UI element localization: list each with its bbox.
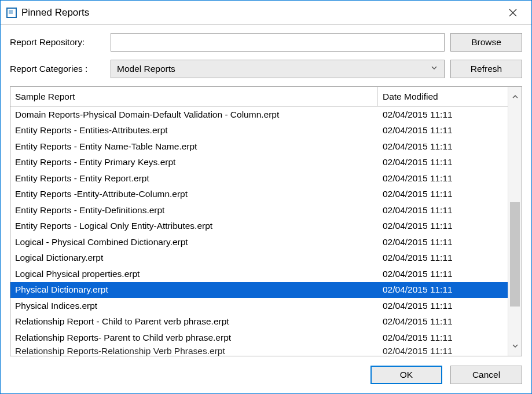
report-name-cell: Entity Reports - Entity-Definitions.erpt bbox=[10, 202, 378, 218]
column-header-name[interactable]: Sample Report bbox=[10, 87, 378, 107]
report-date-cell: 02/04/2015 11:11 bbox=[378, 155, 508, 171]
column-header-date[interactable]: Date Modified bbox=[378, 87, 508, 107]
table-row[interactable]: Entity Reports - Entity Name-Table Name.… bbox=[10, 138, 508, 155]
report-date-cell: 02/04/2015 11:11 bbox=[378, 234, 508, 250]
report-date-cell: 02/04/2015 11:11 bbox=[378, 346, 508, 356]
report-name-cell: Entity Reports - Entities-Attributes.erp… bbox=[10, 123, 378, 139]
scroll-up-arrow-icon[interactable] bbox=[508, 90, 522, 103]
report-date-cell: 02/04/2015 11:11 bbox=[378, 107, 508, 123]
report-list: Sample Report Date Modified Domain Repor… bbox=[10, 86, 522, 356]
table-row[interactable]: Entity Reports - Entity Report.erpt02/04… bbox=[10, 170, 508, 187]
table-row[interactable]: Relationship Reports-Relationship Verb P… bbox=[10, 346, 508, 356]
report-date-cell: 02/04/2015 11:11 bbox=[378, 170, 508, 187]
report-date-cell: 02/04/2015 11:11 bbox=[378, 314, 508, 330]
report-date-cell: 02/04/2015 11:11 bbox=[378, 282, 508, 298]
refresh-button[interactable]: Refresh bbox=[450, 60, 522, 78]
report-name-cell: Domain Reports-Physical Domain-Default V… bbox=[10, 107, 378, 123]
table-row[interactable]: Logical Physical properties.erpt02/04/20… bbox=[10, 266, 508, 282]
table-row[interactable]: Domain Reports-Physical Domain-Default V… bbox=[10, 107, 508, 123]
browse-button[interactable]: Browse bbox=[450, 33, 522, 52]
table-row[interactable]: Relationship Reports- Parent to Child ve… bbox=[10, 330, 508, 346]
chevron-down-icon bbox=[430, 64, 438, 74]
repository-label: Report Repository: bbox=[10, 37, 105, 48]
report-name-cell: Physical Indices.erpt bbox=[10, 298, 378, 314]
report-name-cell: Relationship Reports- Parent to Child ve… bbox=[10, 330, 378, 346]
ok-button[interactable]: OK bbox=[370, 366, 442, 384]
scroll-track[interactable] bbox=[508, 103, 522, 340]
report-name-cell: Relationship Report - Child to Parent ve… bbox=[10, 314, 378, 330]
categories-label: Report Categories : bbox=[10, 64, 105, 74]
table-row[interactable]: Physical Indices.erpt02/04/2015 11:11 bbox=[10, 298, 508, 314]
titlebar: Pinned Reports bbox=[1, 1, 531, 25]
list-body: Domain Reports-Physical Domain-Default V… bbox=[10, 107, 508, 356]
report-date-cell: 02/04/2015 11:11 bbox=[378, 202, 508, 218]
report-name-cell: Physical Dictionary.erpt bbox=[10, 282, 378, 298]
report-date-cell: 02/04/2015 11:11 bbox=[378, 218, 508, 235]
app-icon bbox=[6, 8, 17, 18]
table-row[interactable]: Entity Reports - Entity-Definitions.erpt… bbox=[10, 202, 508, 218]
close-button[interactable] bbox=[500, 1, 526, 24]
report-name-cell: Relationship Reports-Relationship Verb P… bbox=[10, 346, 378, 356]
report-date-cell: 02/04/2015 11:11 bbox=[378, 266, 508, 282]
report-date-cell: 02/04/2015 11:11 bbox=[378, 298, 508, 314]
report-name-cell: Entity Reports - Logical Only Entity-Att… bbox=[10, 218, 378, 235]
table-row[interactable]: Physical Dictionary.erpt02/04/2015 11:11 bbox=[10, 282, 508, 298]
table-row[interactable]: Entity Reports - Logical Only Entity-Att… bbox=[10, 218, 508, 235]
content-area: Report Repository: Browse Report Categor… bbox=[1, 25, 531, 362]
table-row[interactable]: Entity Reports - Entity Primary Keys.erp… bbox=[10, 155, 508, 171]
cancel-button[interactable]: Cancel bbox=[450, 366, 522, 384]
report-date-cell: 02/04/2015 11:11 bbox=[378, 123, 508, 139]
categories-row: Report Categories : Model Reports Refres… bbox=[10, 60, 522, 78]
report-name-cell: Entity Reports - Entity Report.erpt bbox=[10, 170, 378, 187]
report-name-cell: Logical - Physical Combined Dictionary.e… bbox=[10, 234, 378, 250]
scroll-down-arrow-icon[interactable] bbox=[508, 340, 522, 352]
report-date-cell: 02/04/2015 11:11 bbox=[378, 138, 508, 155]
table-row[interactable]: Entity Reports -Entity-Attribute-Column.… bbox=[10, 187, 508, 203]
report-date-cell: 02/04/2015 11:11 bbox=[378, 250, 508, 267]
table-row[interactable]: Relationship Report - Child to Parent ve… bbox=[10, 314, 508, 330]
report-name-cell: Logical Physical properties.erpt bbox=[10, 266, 378, 282]
report-name-cell: Entity Reports - Entity Name-Table Name.… bbox=[10, 138, 378, 155]
table-row[interactable]: Logical - Physical Combined Dictionary.e… bbox=[10, 234, 508, 250]
categories-select[interactable]: Model Reports bbox=[111, 60, 445, 78]
pinned-reports-dialog: Pinned Reports Report Repository: Browse… bbox=[0, 0, 532, 394]
table-row[interactable]: Entity Reports - Entities-Attributes.erp… bbox=[10, 123, 508, 139]
report-date-cell: 02/04/2015 11:11 bbox=[378, 187, 508, 203]
repository-row: Report Repository: Browse bbox=[10, 33, 522, 52]
scrollbar[interactable] bbox=[508, 87, 522, 356]
dialog-footer: OK Cancel bbox=[1, 362, 531, 393]
report-date-cell: 02/04/2015 11:11 bbox=[378, 330, 508, 346]
categories-selected-value: Model Reports bbox=[117, 64, 175, 74]
window-title: Pinned Reports bbox=[21, 7, 500, 19]
repository-input[interactable] bbox=[111, 33, 445, 52]
table-row[interactable]: Logical Dictionary.erpt02/04/2015 11:11 bbox=[10, 250, 508, 267]
scroll-thumb[interactable] bbox=[510, 202, 520, 307]
report-name-cell: Entity Reports -Entity-Attribute-Column.… bbox=[10, 187, 378, 203]
report-name-cell: Logical Dictionary.erpt bbox=[10, 250, 378, 267]
list-header: Sample Report Date Modified bbox=[10, 87, 508, 107]
close-icon bbox=[508, 8, 518, 17]
report-name-cell: Entity Reports - Entity Primary Keys.erp… bbox=[10, 155, 378, 171]
